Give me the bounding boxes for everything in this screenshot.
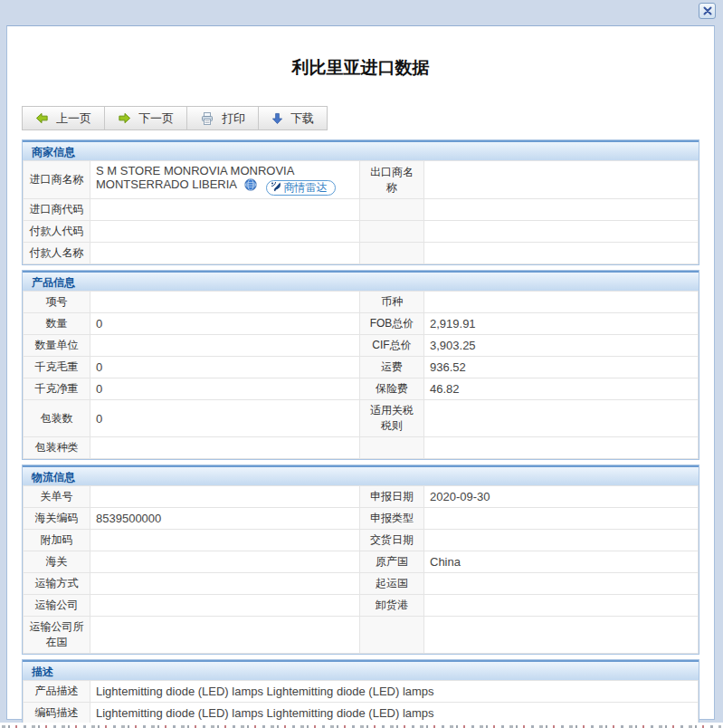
field-label [360, 243, 424, 264]
field-label [360, 221, 424, 243]
table-row: 运输公司所在国 [24, 617, 699, 654]
table-row: 付款人代码 [24, 221, 699, 243]
field-value: Lightemitting diode (LED) lamps Lightemi… [90, 681, 699, 703]
table-row: 项号 币种 [24, 292, 699, 313]
table-row: 运输方式 起运国 [24, 573, 699, 595]
field-label: 付款人名称 [24, 243, 90, 264]
prev-page-label: 上一页 [56, 110, 91, 127]
logistics-table: 关单号 申报日期 2020-09-30 海关编码 8539500000 申报类型… [23, 485, 699, 654]
radar-badge[interactable]: 商情雷达 [266, 180, 336, 196]
field-value: 46.82 [424, 378, 699, 400]
field-label: 千克净重 [24, 378, 90, 400]
table-row: 数量单位 CIF总价 3,903.25 [24, 335, 699, 357]
field-value [90, 221, 360, 243]
field-value: 0 [90, 313, 360, 335]
field-label: 数量单位 [24, 335, 90, 357]
field-label: CIF总价 [360, 335, 424, 357]
field-label: 编码描述 [24, 703, 90, 724]
field-value [424, 161, 699, 199]
radar-dish-icon [271, 181, 281, 195]
merchant-section-header: 商家信息 [23, 140, 699, 160]
field-value [90, 437, 360, 459]
close-icon [703, 3, 712, 19]
field-label: 海关 [24, 551, 90, 573]
field-value [90, 243, 360, 264]
product-section-header: 产品信息 [23, 271, 699, 291]
field-label: FOB总价 [360, 313, 424, 335]
field-value: 2,919.91 [424, 313, 699, 335]
field-label: 出口商名称 [360, 161, 424, 199]
field-label: 交货日期 [360, 530, 424, 551]
field-label: 包装数 [24, 400, 90, 437]
section-product: 产品信息 项号 币种 数量 0 FOB总价 2,919.91 数量单位 [22, 270, 699, 460]
logistics-section-title: 物流信息 [32, 471, 75, 484]
close-button[interactable] [699, 3, 716, 19]
field-value [424, 400, 699, 437]
download-label: 下载 [290, 110, 314, 127]
field-label: 卸货港 [360, 595, 424, 617]
merchant-section-title: 商家信息 [32, 146, 75, 158]
next-page-label: 下一页 [138, 110, 174, 127]
field-value: 2020-09-30 [424, 486, 699, 508]
field-value [90, 530, 360, 551]
field-value: 936.52 [424, 357, 699, 378]
field-value [90, 199, 360, 221]
table-row: 数量 0 FOB总价 2,919.91 [24, 313, 699, 335]
section-description: 描述 产品描述 Lightemitting diode (LED) lamps … [22, 659, 699, 725]
table-row: 付款人名称 [24, 243, 699, 264]
field-label: 运输方式 [24, 573, 90, 595]
table-row: 包装数 0 适用关税税则 [24, 400, 699, 437]
description-section-header: 描述 [23, 660, 699, 680]
globe-icon[interactable] [244, 178, 257, 194]
field-label: 千克毛重 [24, 357, 90, 378]
print-label: 打印 [222, 110, 245, 127]
field-label: 运费 [360, 357, 424, 378]
print-button[interactable]: 打印 [187, 107, 259, 129]
field-label: 申报类型 [360, 508, 424, 530]
table-row: 关单号 申报日期 2020-09-30 [24, 486, 699, 508]
section-logistics: 物流信息 关单号 申报日期 2020-09-30 海关编码 8539500000… [22, 465, 699, 655]
table-row: 附加码 交货日期 [24, 530, 699, 551]
field-label: 包装种类 [24, 437, 90, 459]
field-label: 进口商名称 [24, 161, 90, 199]
field-label: 适用关税税则 [360, 400, 424, 437]
field-label [360, 617, 424, 654]
table-row: 产品描述 Lightemitting diode (LED) lamps Lig… [24, 681, 699, 703]
field-value [90, 335, 360, 357]
download-button[interactable]: 下载 [259, 107, 327, 129]
logistics-section-header: 物流信息 [23, 465, 699, 485]
field-value [90, 292, 360, 313]
field-value: 3,903.25 [424, 335, 699, 357]
next-page-button[interactable]: 下一页 [105, 107, 187, 129]
table-row: 包装种类 [24, 437, 699, 459]
field-label [360, 199, 424, 221]
field-label: 币种 [360, 292, 424, 313]
field-label: 进口商代码 [24, 199, 90, 221]
importer-name: S M STORE MONROVIA MONROVIA MONTSERRADO … [96, 164, 294, 191]
field-value [424, 243, 699, 264]
field-value [424, 530, 699, 551]
field-value: 0 [90, 400, 360, 437]
field-label: 关单号 [24, 486, 90, 508]
field-value [424, 221, 699, 243]
field-value [90, 551, 360, 573]
field-label: 起运国 [360, 573, 424, 595]
field-value: 0 [90, 357, 360, 378]
merchant-table: 进口商名称 S M STORE MONROVIA MONROVIA MONTSE… [23, 160, 699, 264]
description-section-title: 描述 [32, 666, 53, 678]
field-value: Lightemitting diode (LED) lamps Lightemi… [90, 703, 699, 724]
prev-page-button[interactable]: 上一页 [23, 107, 105, 129]
field-label: 申报日期 [360, 486, 424, 508]
dialog-content: 商家信息 进口商名称 S M STORE MONROVIA MONROVIA M… [22, 139, 699, 725]
toolbar: 上一页 下一页 打印 [22, 106, 328, 130]
field-label: 运输公司所在国 [24, 617, 90, 654]
field-value [90, 595, 360, 617]
background-page-sliver [0, 723, 723, 728]
green-left-arrow-icon [35, 111, 49, 125]
table-row: 千克毛重 0 运费 936.52 [24, 357, 699, 378]
field-label: 附加码 [24, 530, 90, 551]
field-value: 0 [90, 378, 360, 400]
section-merchant: 商家信息 进口商名称 S M STORE MONROVIA MONROVIA M… [22, 139, 699, 265]
page-background: { "window": { "close_icon": "close-icon"… [0, 0, 723, 728]
field-label: 产品描述 [24, 681, 90, 703]
